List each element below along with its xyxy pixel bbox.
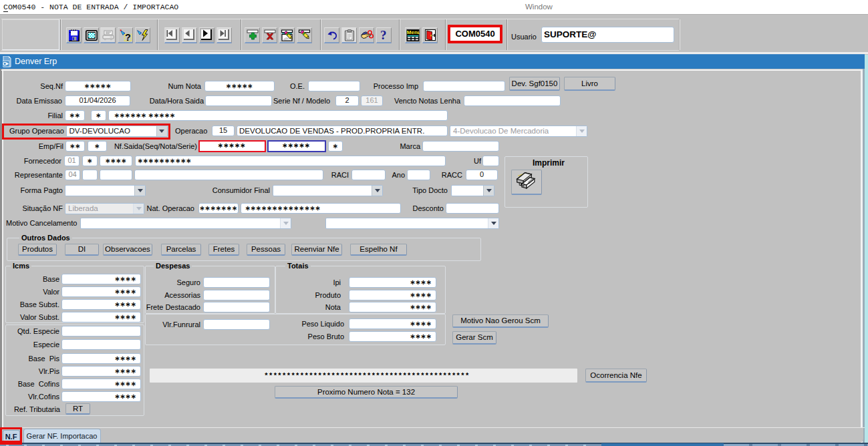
svg-text:?: ? <box>380 29 387 41</box>
svg-text:Menu: Menu <box>406 29 419 35</box>
svg-text:?: ? <box>125 32 131 42</box>
